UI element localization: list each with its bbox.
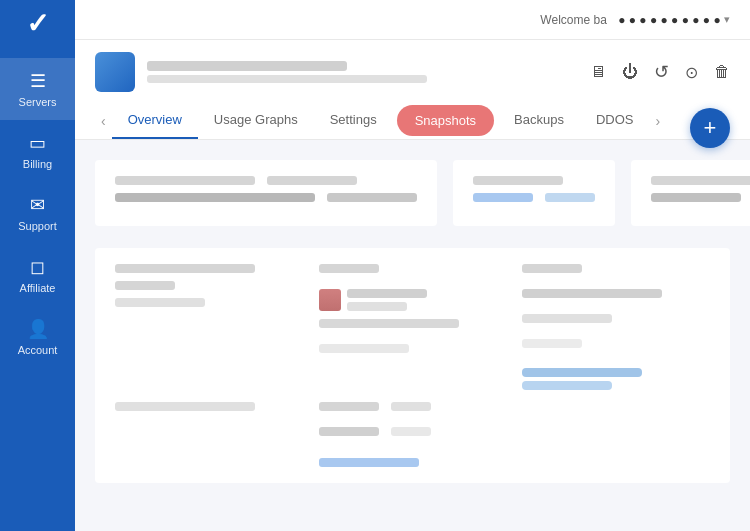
accent-bar1 [347, 289, 427, 298]
data-col-2-row3 [319, 319, 507, 328]
sidebar-item-servers[interactable]: ☰ Servers [0, 58, 75, 120]
sidebar-item-account[interactable]: 👤 Account [0, 306, 75, 368]
dcr1-bar3 [115, 298, 205, 307]
tab-ddos[interactable]: DDOS [580, 102, 650, 139]
sidebar: ✓ ☰ Servers ▭ Billing ✉ Support ◻ Affili… [0, 0, 75, 531]
servers-label: Servers [19, 96, 57, 108]
data-bottom-col-3 [522, 402, 710, 467]
stat-bar-3a [651, 176, 750, 185]
data-col-1-row2 [115, 281, 303, 290]
account-label: Account [18, 344, 58, 356]
tabs-row: ‹ Overview Usage Graphs Settings Snapsho… [95, 102, 730, 139]
data-col-3-row4 [522, 339, 710, 348]
data-col-1 [115, 264, 303, 390]
tab-arrow-left[interactable]: ‹ [95, 113, 112, 129]
dbcr2-bar2 [391, 402, 431, 411]
stat-row-3a [651, 176, 750, 185]
top-header: Welcome ba ● ● ● ● ● ● ● ● ● ● ▾ [75, 0, 750, 40]
tab-backups[interactable]: Backups [498, 102, 580, 139]
tab-usage-graphs[interactable]: Usage Graphs [198, 102, 314, 139]
support-icon: ✉ [30, 194, 45, 216]
power-icon[interactable]: ⏻ [622, 63, 638, 81]
dcr3-bar3 [522, 314, 612, 323]
accent-square [319, 289, 341, 311]
dbcr1-bar1 [115, 402, 255, 411]
delete-icon[interactable]: 🗑 [714, 63, 730, 81]
stat-bar-1c [115, 193, 315, 202]
stat-row-1b [115, 193, 417, 202]
tab-arrow-right[interactable]: › [650, 113, 667, 129]
stat-bar-2c [545, 193, 595, 202]
billing-label: Billing [23, 158, 52, 170]
stat-bar-3c [651, 193, 741, 202]
monitor-icon[interactable]: 🖥 [590, 63, 606, 81]
dbcr2-bar1 [319, 402, 379, 411]
refresh-icon[interactable]: ↺ [654, 61, 669, 83]
server-info-left [95, 52, 427, 92]
server-info-row: 🖥 ⏻ ↺ ⊙ 🗑 [95, 52, 730, 92]
username-text: ● ● ● ● ● ● ● ● ● ● [615, 13, 724, 27]
stat-card-3 [631, 160, 750, 226]
blue-pill1 [522, 368, 642, 377]
sidebar-item-billing[interactable]: ▭ Billing [0, 120, 75, 182]
stat-bar-2b [473, 193, 533, 202]
main-content: Welcome ba ● ● ● ● ● ● ● ● ● ● ▾ 🖥 ⏻ ↺ ⊙… [75, 0, 750, 531]
fab-button[interactable]: + [690, 108, 730, 148]
data-bottom-col-1 [115, 402, 303, 467]
data-col-3 [522, 264, 710, 390]
stat-card-2 [453, 160, 615, 226]
tab-snapshots[interactable]: Snapshots [397, 105, 494, 136]
header-dropdown[interactable]: ▾ [724, 13, 730, 26]
stat-bar-2a [473, 176, 563, 185]
dcr1-bar2 [115, 281, 175, 290]
account-icon: 👤 [27, 318, 49, 340]
dcr2-bar3 [319, 319, 459, 328]
data-col-2-row1 [319, 264, 507, 273]
dcr2-bar4 [319, 344, 409, 353]
server-name-bar [147, 61, 347, 71]
stat-bar-1b [267, 176, 357, 185]
top-stats-grid [95, 160, 730, 236]
stat-row-2a [473, 176, 595, 185]
affiliate-icon: ◻ [30, 256, 45, 278]
welcome-text: Welcome ba [540, 13, 606, 27]
data-row-1 [115, 264, 710, 390]
data-col-3-row3 [522, 314, 710, 323]
dbcr2-bar4 [391, 427, 431, 436]
logo: ✓ [26, 10, 49, 38]
accent-block [319, 289, 507, 311]
servers-icon: ☰ [30, 70, 46, 92]
stat-row-2b [473, 193, 595, 202]
blue-pills [522, 368, 710, 390]
server-header: 🖥 ⏻ ↺ ⊙ 🗑 ‹ Overview Usage Graphs Settin… [75, 40, 750, 140]
server-avatar [95, 52, 135, 92]
tab-settings[interactable]: Settings [314, 102, 393, 139]
db-col-2-row2 [319, 427, 507, 436]
dcr3-bar4 [522, 339, 582, 348]
data-col-2-row4 [319, 344, 507, 353]
stat-row-1a [115, 176, 417, 185]
dbcr2-bar3 [319, 427, 379, 436]
content-area [75, 140, 750, 531]
affiliate-label: Affiliate [20, 282, 56, 294]
sidebar-item-support[interactable]: ✉ Support [0, 182, 75, 244]
stat-card-1 [95, 160, 437, 226]
billing-icon: ▭ [29, 132, 46, 154]
data-bottom-col-2 [319, 402, 507, 467]
data-col-1-row1 [115, 264, 303, 273]
dcr3-bar1 [522, 264, 582, 273]
sidebar-item-affiliate[interactable]: ◻ Affiliate [0, 244, 75, 306]
server-details [147, 61, 427, 83]
info-icon[interactable]: ⊙ [685, 63, 698, 82]
blue-pill2 [522, 381, 612, 390]
data-col-1-row3 [115, 298, 303, 307]
data-col-3-row1 [522, 264, 710, 273]
data-col-3-row2 [522, 289, 710, 298]
data-col-2 [319, 264, 507, 390]
stat-row-3b [651, 193, 750, 202]
db-col-2-row1 [319, 402, 507, 411]
stat-bar-1d [327, 193, 417, 202]
tab-overview[interactable]: Overview [112, 102, 198, 139]
accent-bar2 [347, 302, 407, 311]
main-data-section [95, 248, 730, 483]
